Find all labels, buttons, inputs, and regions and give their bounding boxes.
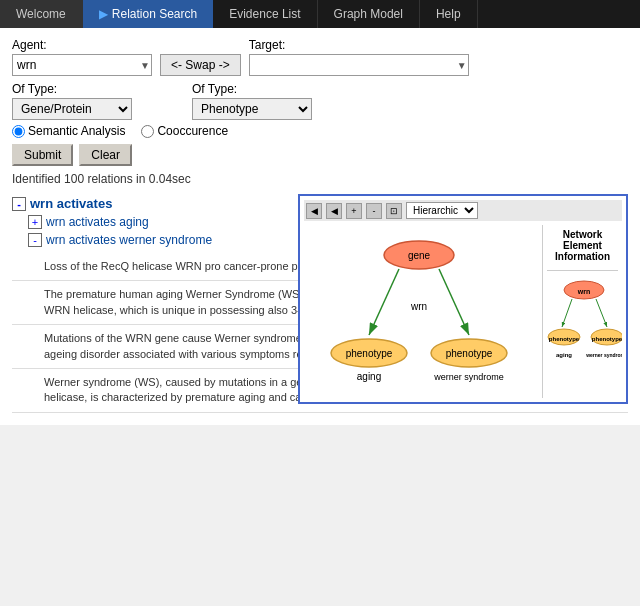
gene-node-label: gene bbox=[408, 250, 431, 261]
results-container: ◀ ◀ + - ⊡ Hierarchic gene bbox=[12, 194, 628, 413]
mini-wrn-label: wrn bbox=[577, 288, 590, 295]
active-arrow-icon: ▶ bbox=[99, 7, 108, 21]
child2-label: wrn activates werner syndrome bbox=[46, 233, 212, 247]
target-type-select[interactable]: Phenotype Gene/Protein Chemical bbox=[192, 98, 312, 120]
graph-btn-fit[interactable]: ⊡ bbox=[386, 203, 402, 219]
main-graph-svg: gene wrn phenotype phenotype aging bbox=[304, 225, 534, 395]
wrn-label: wrn bbox=[410, 301, 427, 312]
nav-welcome[interactable]: Welcome bbox=[0, 0, 83, 28]
graph-btn-1[interactable]: ◀ bbox=[306, 203, 322, 219]
nav-bar: Welcome ▶ Relation Search Evidence List … bbox=[0, 0, 640, 28]
graph-info-title: Network Element Information bbox=[547, 229, 618, 262]
mini-pheno1-label: phenotype bbox=[549, 336, 580, 342]
status-text: Identified 100 relations in 0.04sec bbox=[12, 172, 628, 186]
clear-button[interactable]: Clear bbox=[79, 144, 132, 166]
child1-label: wrn activates aging bbox=[46, 215, 149, 229]
nav-relation-search[interactable]: ▶ Relation Search bbox=[83, 0, 213, 28]
mini-graph-svg: wrn phenotype phenotype aging werner syn… bbox=[547, 275, 622, 385]
semantic-radio[interactable] bbox=[12, 125, 25, 138]
phenotype2-label: phenotype bbox=[446, 348, 493, 359]
svg-line-1 bbox=[369, 269, 399, 335]
target-label: Target: bbox=[249, 38, 469, 52]
mini-aging-label: aging bbox=[556, 352, 572, 358]
submit-button[interactable]: Submit bbox=[12, 144, 73, 166]
nav-graph-model[interactable]: Graph Model bbox=[318, 0, 420, 28]
agent-type-select[interactable]: Gene/Protein Chemical Phenotype bbox=[12, 98, 132, 120]
phenotype1-label: phenotype bbox=[346, 348, 393, 359]
mini-graph: wrn phenotype phenotype aging werner syn… bbox=[547, 270, 618, 387]
graph-layout-select[interactable]: Hierarchic bbox=[406, 202, 478, 219]
graph-svg-area: gene wrn phenotype phenotype aging bbox=[304, 225, 538, 398]
nav-help-label: Help bbox=[436, 7, 461, 21]
nav-help[interactable]: Help bbox=[420, 0, 478, 28]
root-item-label: wrn activates bbox=[30, 196, 112, 211]
root-collapse-button[interactable]: - bbox=[12, 197, 26, 211]
graph-btn-2[interactable]: ◀ bbox=[326, 203, 342, 219]
semantic-radio-label[interactable]: Semantic Analysis bbox=[12, 124, 125, 138]
target-of-type-label: Of Type: bbox=[192, 82, 312, 96]
nav-evidence-list-label: Evidence List bbox=[229, 7, 300, 21]
svg-line-7 bbox=[562, 299, 572, 327]
graph-info-panel: Network Element Information wrn phenotyp… bbox=[542, 225, 622, 398]
nav-welcome-label: Welcome bbox=[16, 7, 66, 21]
cooccurence-radio-label[interactable]: Cooccurence bbox=[141, 124, 228, 138]
semantic-label: Semantic Analysis bbox=[28, 124, 125, 138]
mini-pheno2-label: phenotype bbox=[592, 336, 622, 342]
werner-syndrome-label: werner syndrome bbox=[433, 372, 504, 382]
main-panel: Agent: ▼ <- Swap -> Target: ▼ Of Type: G… bbox=[0, 28, 640, 425]
target-input[interactable] bbox=[249, 54, 469, 76]
cooccurence-radio[interactable] bbox=[141, 125, 154, 138]
nav-graph-model-label: Graph Model bbox=[334, 7, 403, 21]
cooccurence-label: Cooccurence bbox=[157, 124, 228, 138]
aging-label: aging bbox=[357, 371, 381, 382]
child2-collapse-button[interactable]: - bbox=[28, 233, 42, 247]
svg-line-8 bbox=[596, 299, 607, 327]
graph-zoom-out[interactable]: - bbox=[366, 203, 382, 219]
mini-werner-label: werner syndrome bbox=[585, 352, 622, 358]
nav-evidence-list[interactable]: Evidence List bbox=[213, 0, 317, 28]
svg-line-2 bbox=[439, 269, 469, 335]
child1-expand-button[interactable]: + bbox=[28, 215, 42, 229]
agent-label: Agent: bbox=[12, 38, 152, 52]
graph-zoom-in[interactable]: + bbox=[346, 203, 362, 219]
graph-panel: ◀ ◀ + - ⊡ Hierarchic gene bbox=[298, 194, 628, 404]
graph-toolbar: ◀ ◀ + - ⊡ Hierarchic bbox=[304, 200, 622, 221]
agent-input[interactable] bbox=[12, 54, 152, 76]
nav-relation-search-label: Relation Search bbox=[112, 7, 197, 21]
graph-body: gene wrn phenotype phenotype aging bbox=[304, 225, 622, 398]
agent-of-type-label: Of Type: bbox=[12, 82, 132, 96]
swap-button[interactable]: <- Swap -> bbox=[160, 54, 241, 76]
